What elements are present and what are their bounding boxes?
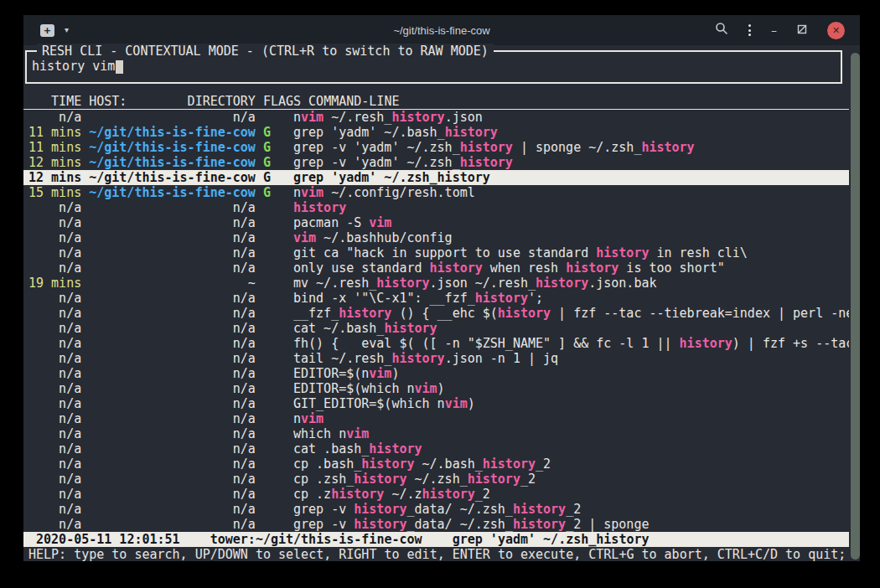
row-time: 15 mins bbox=[28, 185, 81, 200]
search-query: history vim bbox=[32, 59, 115, 74]
history-row[interactable]: n/an/a__fzf_history () { __ehc $(history… bbox=[23, 306, 849, 321]
row-command: cat ~/.bash_history bbox=[293, 321, 849, 336]
row-command: cp .zsh_history ~/.zsh_history_2 bbox=[293, 472, 849, 487]
status-command: grep 'yadm' ~/.zsh_history bbox=[453, 532, 650, 547]
row-flags bbox=[263, 110, 286, 125]
row-directory: n/a bbox=[89, 351, 256, 366]
restore-button[interactable] bbox=[797, 23, 807, 38]
row-directory: n/a bbox=[89, 230, 256, 245]
row-flags bbox=[263, 517, 286, 532]
row-directory: ~/git/this-is-fine-cow bbox=[89, 170, 256, 185]
history-row[interactable]: n/an/aGIT_EDITOR=$(which nvim) bbox=[23, 396, 849, 411]
search-button[interactable] bbox=[715, 22, 728, 39]
row-command: grep -v 'yadm' ~/.zsh_history | sponge ~… bbox=[293, 140, 849, 155]
new-tab-button[interactable]: + bbox=[40, 24, 54, 37]
row-time: n/a bbox=[28, 291, 81, 306]
history-row[interactable]: n/an/agit ca "hack in support to use sta… bbox=[23, 245, 849, 260]
history-row[interactable]: 19 mins~mv ~/.resh_history.json ~/.resh_… bbox=[23, 276, 849, 291]
row-flags bbox=[263, 276, 286, 291]
row-time: 11 mins bbox=[28, 125, 81, 140]
minimize-button[interactable]: – bbox=[771, 24, 777, 36]
row-command: pacman -S vim bbox=[293, 215, 849, 230]
close-button[interactable]: ✕ bbox=[827, 22, 845, 39]
row-command: vim ~/.bashhub/config bbox=[293, 230, 849, 245]
history-row[interactable]: n/an/atail ~/.resh_history.json -n 1 | j… bbox=[23, 351, 849, 366]
row-flags bbox=[263, 291, 286, 306]
history-row[interactable]: n/an/abind -x '"\C-x1": __fzf_history'; bbox=[23, 291, 849, 306]
history-row[interactable]: n/an/ahistory bbox=[23, 200, 849, 215]
scrollbar[interactable] bbox=[851, 53, 860, 560]
row-flags bbox=[263, 381, 286, 396]
row-command: nvim ~/.resh_history.json bbox=[293, 110, 849, 125]
search-box: RESH CLI - CONTEXTUAL MODE - (CTRL+R to … bbox=[25, 50, 842, 84]
row-flags bbox=[263, 230, 286, 245]
row-directory: n/a bbox=[89, 260, 256, 276]
history-row[interactable]: 12 mins~/git/this-is-fine-cowGgrep -v 'y… bbox=[23, 155, 849, 170]
kebab-icon bbox=[748, 24, 751, 27]
header-host: HOST: bbox=[89, 94, 127, 109]
history-row[interactable]: 15 mins~/git/this-is-fine-cowGnvim ~/.co… bbox=[23, 185, 849, 200]
history-row[interactable]: 12 mins~/git/this-is-fine-cowGgrep 'yadm… bbox=[23, 170, 849, 185]
history-row[interactable]: n/an/acp .zsh_history ~/.zsh_history_2 bbox=[23, 472, 849, 487]
header-command: COMMAND-LINE bbox=[308, 94, 849, 109]
row-directory: n/a bbox=[89, 110, 256, 125]
text-cursor bbox=[116, 60, 123, 74]
row-flags bbox=[263, 396, 286, 411]
new-tab-dropdown-button[interactable]: ▾ bbox=[65, 26, 69, 34]
terminal-window: ~/git/this-is-fine-cow + ▾ – bbox=[23, 15, 860, 561]
row-directory: n/a bbox=[89, 381, 256, 396]
row-directory: n/a bbox=[89, 321, 256, 336]
row-flags bbox=[263, 366, 286, 381]
history-row[interactable]: n/an/apacman -S vim bbox=[23, 215, 849, 230]
row-flags bbox=[263, 472, 286, 487]
history-rows: n/an/anvim ~/.resh_history.json11 mins~/… bbox=[23, 110, 849, 532]
row-flags: G bbox=[263, 185, 286, 200]
history-row[interactable]: n/an/aonly use standard history when res… bbox=[23, 260, 849, 276]
row-time: n/a bbox=[28, 336, 81, 351]
row-flags bbox=[263, 426, 286, 441]
row-time: n/a bbox=[28, 517, 81, 532]
history-row[interactable]: n/an/acp .bash_history ~/.bash_history_2 bbox=[23, 456, 849, 472]
row-directory: n/a bbox=[89, 245, 256, 260]
row-directory: n/a bbox=[89, 306, 256, 321]
row-time: n/a bbox=[28, 487, 81, 502]
history-row[interactable]: n/an/acat ~/.bash_history bbox=[23, 321, 849, 336]
row-directory: n/a bbox=[89, 487, 256, 502]
row-command: which nvim bbox=[293, 426, 849, 441]
history-row[interactable]: n/an/avim ~/.bashhub/config bbox=[23, 230, 849, 245]
history-row[interactable]: n/an/agrep -v history_data/ ~/.zsh_histo… bbox=[23, 517, 849, 532]
row-flags bbox=[263, 306, 286, 321]
row-command: grep 'yadm' ~/.zsh_history bbox=[293, 170, 849, 185]
row-directory: ~/git/this-is-fine-cow bbox=[89, 140, 256, 155]
row-time: n/a bbox=[28, 306, 81, 321]
row-directory: n/a bbox=[89, 396, 256, 411]
history-row[interactable]: n/an/agrep -v history_data/ ~/.zsh_histo… bbox=[23, 502, 849, 517]
row-flags bbox=[263, 441, 286, 456]
row-flags bbox=[263, 200, 286, 215]
minimize-icon: – bbox=[771, 23, 777, 37]
chevron-down-icon: ▾ bbox=[65, 25, 69, 34]
row-time: n/a bbox=[28, 381, 81, 396]
row-command: tail ~/.resh_history.json -n 1 | jq bbox=[293, 351, 849, 366]
row-time: n/a bbox=[28, 426, 81, 441]
menu-button[interactable] bbox=[748, 24, 751, 36]
history-row[interactable]: n/an/afh() { eval $( ([ -n "$ZSH_NAME" ]… bbox=[23, 336, 849, 351]
row-directory: n/a bbox=[89, 456, 256, 472]
row-time: n/a bbox=[28, 441, 81, 456]
history-row[interactable]: 11 mins~/git/this-is-fine-cowGgrep 'yadm… bbox=[23, 125, 849, 140]
row-directory: n/a bbox=[89, 336, 256, 351]
history-row[interactable]: 11 mins~/git/this-is-fine-cowGgrep -v 'y… bbox=[23, 140, 849, 155]
status-location: tower:~/git/this-is-fine-cow bbox=[210, 532, 422, 547]
history-row[interactable]: n/an/aEDITOR=$(nvim) bbox=[23, 366, 849, 381]
row-flags bbox=[263, 502, 286, 517]
row-flags: G bbox=[263, 170, 286, 185]
history-row[interactable]: n/an/anvim ~/.resh_history.json bbox=[23, 110, 849, 125]
row-time: n/a bbox=[28, 230, 81, 245]
history-row[interactable]: n/an/acp .zhistory ~/.zhistory_2 bbox=[23, 487, 849, 502]
row-flags bbox=[263, 215, 286, 230]
history-row[interactable]: n/an/anvim bbox=[23, 411, 849, 426]
history-row[interactable]: n/an/awhich nvim bbox=[23, 426, 849, 441]
header-directory: DIRECTORY bbox=[188, 94, 256, 109]
history-row[interactable]: n/an/aEDITOR=$(which nvim) bbox=[23, 381, 849, 396]
history-row[interactable]: n/an/acat .bash_history bbox=[23, 441, 849, 456]
